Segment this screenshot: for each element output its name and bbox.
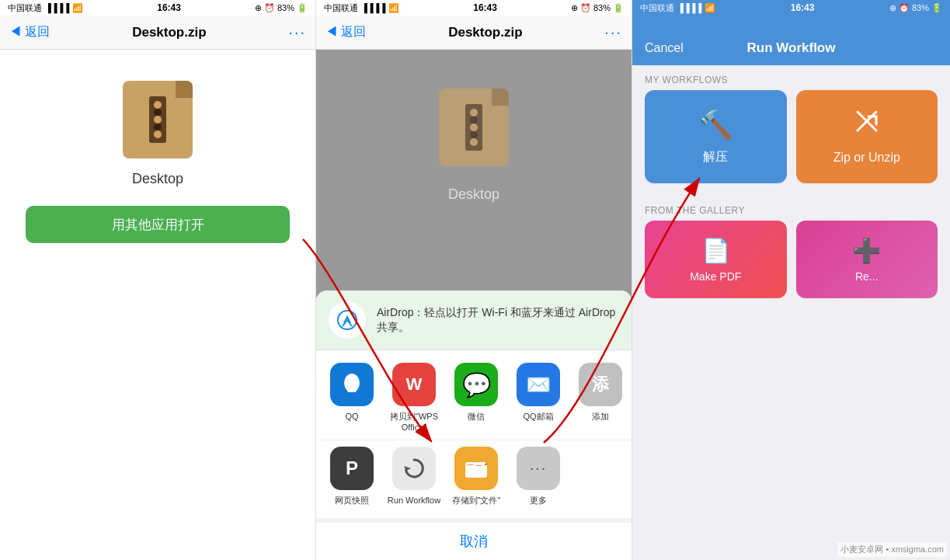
action-more[interactable]: ··· 更多 (510, 447, 566, 506)
zipper-dot-7 (470, 117, 478, 124)
zipper-dot-6 (470, 109, 478, 117)
wifi-icon-2: 📶 (388, 3, 399, 13)
zipper-dot-8 (470, 123, 478, 131)
nav-title-2: Desktop.zip (448, 25, 522, 40)
zipper-dot-3 (154, 116, 162, 123)
actions-more-icon: ··· (517, 447, 560, 490)
battery-pct-1: 83% (277, 3, 294, 12)
file-name-1: Desktop (132, 171, 183, 187)
carrier-1: 中国联通 (8, 2, 42, 14)
airdrop-text: AirDrop：轻点以打开 Wi-Fi 和蓝牙来通过 AirDrop 共享。 (377, 305, 619, 336)
more-apps-icon: 添 (579, 363, 622, 406)
nav-title-1: Desktop.zip (132, 25, 206, 40)
workflow-grid: 🔨 解压 Zip or Unzip (632, 90, 950, 196)
action-webpage[interactable]: P 网页快照 (324, 447, 380, 506)
time-1: 16:43 (157, 2, 181, 13)
run-workflow-icon (392, 447, 436, 490)
cancel-button[interactable]: 取消 (325, 532, 622, 551)
zipper-dot-1 (154, 101, 162, 109)
status-bar-right-3: ⊕ ⏰ 83% 🔋 (889, 3, 942, 13)
phone-panel-3: 中国联通 ▐▐▐▐ 📶 16:43 ⊕ ⏰ 83% 🔋 Cancel Run W… (632, 0, 950, 560)
status-bar-left-2: 中国联通 ▐▐▐▐ 📶 (324, 2, 399, 14)
gallery-card-more[interactable]: ➕ Re... (796, 221, 938, 298)
run-workflow-label: Run Workflow (388, 495, 440, 506)
app-item-qq[interactable]: QQ (324, 363, 380, 433)
airdrop-icon (329, 301, 366, 339)
panel3-nav: Cancel Run Workflow Cancel (632, 16, 950, 65)
actions-row: P 网页快照 Run Workflow (316, 440, 632, 518)
phone-panel-1: 中国联通 ▐▐▐▐ 📶 16:43 ⊕ ⏰ 83% 🔋 ◀ 返回 Desktop… (0, 0, 316, 560)
carrier-3: 中国联通 (640, 2, 674, 14)
status-bar-1: 中国联通 ▐▐▐▐ 📶 16:43 ⊕ ⏰ 83% 🔋 (0, 0, 315, 16)
action-save-files[interactable]: 存储到"文件" (448, 447, 504, 506)
zip-icon (851, 109, 882, 143)
airdrop-section[interactable]: AirDrop：轻点以打开 Wi-Fi 和蓝牙来通过 AirDrop 共享。 (316, 290, 632, 350)
battery-pct-3: 83% (912, 3, 929, 12)
svg-point-2 (346, 381, 357, 394)
status-bar-2: 中国联通 ▐▐▐▐ 📶 16:43 ⊕ ⏰ 83% 🔋 (316, 0, 632, 16)
location-icon-3: ⊕ (889, 3, 896, 13)
zip-body-1 (123, 81, 193, 158)
pdf-icon: 📄 (701, 237, 730, 264)
zip-zipper-2 (465, 104, 482, 151)
cancel-row: 取消 (316, 518, 632, 560)
decompress-label: 解压 (703, 149, 728, 165)
back-button-1[interactable]: ◀ 返回 (9, 24, 50, 40)
gallery-grid: 📄 Make PDF ➕ Re... (632, 221, 950, 298)
battery-icon-2: 🔋 (613, 3, 624, 13)
save-files-label: 存储到"文件" (452, 495, 501, 506)
webpage-label: 网页快照 (335, 495, 369, 506)
zipper-dot-5 (154, 130, 162, 138)
workflow-card-zip[interactable]: Zip or Unzip (796, 90, 938, 183)
zip-file-icon-2 (439, 89, 509, 166)
file-name-2: Desktop (448, 186, 499, 203)
signal-icon-1: ▐▐▐▐ (45, 3, 69, 12)
location-icon-2: ⊕ (571, 3, 578, 13)
battery-icon-1: 🔋 (297, 3, 308, 13)
action-run-workflow[interactable]: Run Workflow (386, 447, 442, 506)
more-button-2[interactable]: ··· (604, 23, 622, 41)
apps-row: QQ W 拷贝到"WPS Office" 💬 微信 ✉️ (316, 350, 632, 440)
alarm-icon-3: ⏰ (899, 3, 910, 13)
panel2-file-area: Desktop (316, 81, 632, 203)
gallery-card-pdf[interactable]: 📄 Make PDF (645, 221, 787, 298)
alarm-icon-1: ⏰ (264, 3, 275, 13)
signal-icon-2: ▐▐▐▐ (361, 3, 385, 12)
app-item-wechat[interactable]: 💬 微信 (448, 363, 504, 433)
qq-label: QQ (345, 411, 358, 422)
wechat-label: 微信 (468, 411, 485, 422)
carrier-2: 中国联通 (324, 2, 358, 14)
decompress-icon: 🔨 (698, 109, 733, 141)
app-item-qqmail[interactable]: ✉️ QQ邮箱 (510, 363, 566, 433)
zipper-dot-10 (470, 138, 478, 146)
watermark: 小麦安卓网 • xmsigma.com (837, 542, 947, 557)
back-button-2[interactable]: ◀ 返回 (325, 24, 366, 40)
app-item-more[interactable]: 添 添加 (572, 363, 628, 433)
panel3-cancel-button[interactable]: Cancel (645, 41, 684, 55)
webpage-icon: P (330, 447, 374, 490)
status-bar-3: 中国联通 ▐▐▐▐ 📶 16:43 ⊕ ⏰ 83% 🔋 (632, 0, 950, 16)
zipper-dot-9 (470, 131, 478, 139)
panel3-title: Run Workflow (747, 40, 836, 56)
battery-pct-2: 83% (593, 3, 611, 12)
wechat-icon: 💬 (454, 363, 498, 406)
workflow-card-decompress[interactable]: 🔨 解压 (645, 90, 787, 183)
open-button-1[interactable]: 用其他应用打开 (26, 206, 290, 243)
zip-label: Zip or Unzip (833, 151, 900, 165)
alarm-icon-2: ⏰ (580, 3, 591, 13)
qq-icon (330, 363, 374, 406)
app-item-wps[interactable]: W 拷贝到"WPS Office" (386, 363, 442, 433)
more-button-1[interactable]: ··· (288, 23, 306, 41)
signal-icon-3: ▐▐▐▐ (677, 3, 701, 12)
battery-icon-3: 🔋 (931, 3, 942, 13)
status-bar-right-2: ⊕ ⏰ 83% 🔋 (571, 3, 624, 13)
location-icon-1: ⊕ (255, 3, 262, 13)
panel1-content: Desktop 用其他应用打开 (0, 50, 315, 560)
qqmail-label: QQ邮箱 (523, 411, 553, 422)
more-actions-label: 更多 (530, 495, 547, 506)
zipper-dot-4 (154, 123, 162, 131)
pdf-label: Make PDF (690, 270, 741, 283)
wps-label: 拷贝到"WPS Office" (386, 411, 442, 433)
from-gallery-header: FROM THE GALLERY (632, 196, 950, 221)
status-bar-right-1: ⊕ ⏰ 83% 🔋 (255, 3, 308, 13)
